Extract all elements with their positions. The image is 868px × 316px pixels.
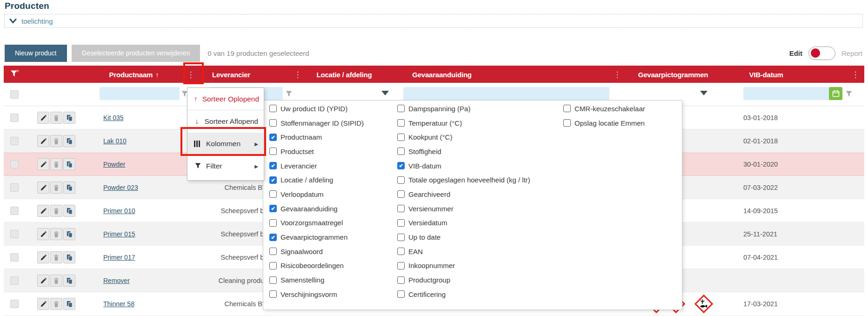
filter-input-gevaaraanduiding[interactable] — [403, 87, 609, 100]
column-option[interactable]: Samenstelling — [269, 273, 364, 287]
column-option[interactable]: Locatie / afdeling — [269, 173, 364, 187]
copy-button[interactable] — [63, 135, 75, 147]
checkbox[interactable] — [269, 162, 277, 169]
column-option[interactable]: Temperatuur (°C) — [397, 116, 530, 130]
copy-button[interactable] — [63, 158, 75, 170]
product-link[interactable]: Primer 015 — [103, 222, 135, 246]
copy-button[interactable] — [63, 251, 75, 263]
checkbox[interactable] — [269, 290, 277, 298]
edit-button[interactable] — [37, 205, 49, 217]
column-header-vib-datum[interactable]: VIB-datum — [749, 70, 783, 78]
column-header-gevaaraanduiding[interactable]: Gevaaraanduiding — [412, 70, 472, 78]
column-option[interactable]: Opslag locatie Emmen — [563, 116, 645, 130]
column-option[interactable]: Productnaam — [269, 130, 364, 144]
column-option[interactable]: CMR-keuzeschakelaar — [563, 101, 645, 116]
checkbox[interactable] — [397, 105, 405, 112]
column-option[interactable]: Leverancier — [269, 159, 364, 173]
checkbox[interactable] — [397, 176, 405, 184]
column-option[interactable]: Certificering — [397, 287, 530, 302]
column-option[interactable]: Versienummer — [397, 202, 530, 216]
checkbox[interactable] — [397, 262, 405, 269]
column-option[interactable]: Verschijningsvorm — [269, 287, 364, 302]
product-link[interactable]: Kit 035 — [103, 106, 124, 129]
column-menu-icon-vib-datum[interactable]: ⋮ — [852, 70, 860, 78]
copy-button[interactable] — [63, 228, 75, 240]
checkbox[interactable] — [397, 134, 405, 141]
filter-funnel-icon-leverancier[interactable] — [286, 90, 292, 99]
column-option[interactable]: VIB-datum — [397, 159, 530, 173]
checkbox[interactable] — [397, 162, 405, 169]
product-link[interactable]: Powder — [103, 153, 125, 176]
checkbox[interactable] — [269, 262, 277, 269]
row-select-checkbox[interactable] — [10, 253, 19, 262]
row-select-checkbox[interactable] — [10, 160, 19, 168]
row-select-checkbox[interactable] — [10, 230, 19, 238]
column-option[interactable]: Up to date — [397, 230, 530, 244]
delete-button[interactable] — [50, 251, 62, 263]
row-select-checkbox[interactable] — [10, 300, 19, 308]
edit-button[interactable] — [37, 112, 49, 124]
column-option[interactable]: Productgroup — [397, 273, 530, 287]
product-link[interactable]: Primer 010 — [103, 199, 135, 222]
checkbox[interactable] — [269, 248, 277, 255]
column-option[interactable]: Stoffigheid — [397, 144, 530, 159]
copy-button[interactable] — [63, 112, 75, 124]
column-menu-icon-gevaaraanduiding[interactable]: ⋮ — [614, 70, 621, 78]
product-link[interactable]: Thinner 58 — [103, 292, 134, 316]
menu-item-sort-ascending[interactable]: ↑ Sorteer Oplopend — [187, 88, 264, 110]
column-option[interactable]: Versiedatum — [397, 216, 530, 230]
copy-button[interactable] — [63, 298, 75, 310]
checkbox[interactable] — [269, 176, 277, 184]
delete-button[interactable] — [50, 228, 62, 240]
product-link[interactable]: Primer 017 — [103, 246, 135, 269]
copy-button[interactable] — [63, 275, 75, 287]
edit-button[interactable] — [37, 251, 49, 263]
copy-button[interactable] — [63, 205, 75, 217]
delete-button[interactable] — [50, 135, 62, 147]
product-link[interactable]: Powder 023 — [103, 176, 138, 199]
edit-button[interactable] — [37, 182, 49, 194]
copy-button[interactable] — [63, 182, 75, 194]
delete-button[interactable] — [50, 298, 62, 310]
checkbox[interactable] — [397, 248, 405, 255]
column-option[interactable]: Inkoopnummer — [397, 259, 530, 273]
column-option[interactable]: Kookpunt (°C) — [397, 130, 530, 144]
column-option[interactable]: Gearchiveerd — [397, 187, 530, 202]
edit-button[interactable] — [37, 158, 49, 170]
column-header-gevaarpictogrammen[interactable]: Gevaarpictogrammen — [638, 70, 708, 78]
checkbox[interactable] — [269, 148, 277, 155]
edit-button[interactable] — [37, 135, 49, 147]
delete-button[interactable] — [50, 158, 62, 170]
column-option[interactable]: Gevaarpictogrammen — [269, 230, 364, 244]
menu-item-kolommen[interactable]: Kolommen ▶ — [187, 133, 264, 155]
delete-selected-button[interactable]: Geselecteerde producten verwijderen — [72, 45, 200, 62]
checkbox[interactable] — [397, 148, 405, 155]
checkbox[interactable] — [397, 290, 405, 298]
checkbox[interactable] — [397, 219, 405, 227]
row-select-checkbox[interactable] — [10, 276, 19, 285]
checkbox[interactable] — [269, 134, 277, 141]
checkbox[interactable] — [563, 105, 571, 112]
column-option[interactable]: Verloopdatum — [269, 187, 364, 202]
edit-button[interactable] — [37, 228, 49, 240]
product-link[interactable]: Lak 010 — [103, 129, 127, 153]
column-header-locatie[interactable]: Locatie / afdeling — [317, 70, 372, 78]
checkbox[interactable] — [397, 190, 405, 198]
row-select-checkbox[interactable] — [10, 114, 19, 122]
menu-item-sort-descending[interactable]: ↓ Sorteer Aflopend — [187, 110, 264, 133]
row-select-checkbox[interactable] — [10, 137, 19, 145]
checkbox[interactable] — [269, 205, 277, 212]
checkbox[interactable] — [269, 105, 277, 112]
checkbox[interactable] — [269, 219, 277, 227]
edit-button[interactable] — [37, 275, 49, 287]
clear-filters-icon[interactable]: 0 — [10, 69, 20, 79]
column-option[interactable]: Stoffenmanager ID (SIPID) — [269, 116, 364, 130]
checkbox[interactable] — [269, 234, 277, 241]
new-product-button[interactable]: Nieuw product — [5, 45, 67, 62]
checkbox[interactable] — [397, 205, 405, 212]
delete-button[interactable] — [50, 112, 62, 124]
checkbox[interactable] — [397, 119, 405, 127]
toelichting-toggle[interactable]: toelichting — [4, 14, 863, 28]
product-link[interactable]: Remover — [103, 269, 130, 292]
checkbox[interactable] — [269, 190, 277, 198]
